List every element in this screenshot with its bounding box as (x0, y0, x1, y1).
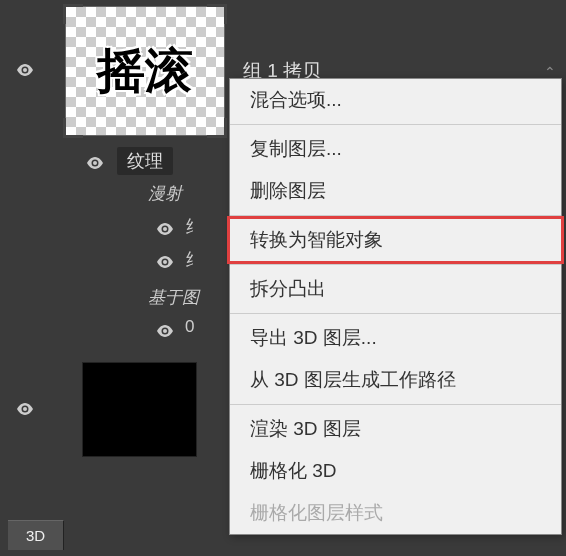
sublayer-base[interactable]: 基于图 (148, 286, 199, 309)
sublayer-item[interactable]: 纟 (185, 248, 202, 271)
visibility-eye-icon[interactable] (17, 62, 33, 74)
svg-point-2 (163, 227, 167, 231)
visibility-eye-icon[interactable] (157, 254, 173, 266)
sublayer-label: 纹理 (117, 147, 173, 175)
visibility-eye-icon[interactable] (157, 323, 173, 335)
menu-blending-options[interactable]: 混合选项... (230, 79, 561, 121)
corner-icon (207, 118, 227, 138)
svg-point-3 (163, 260, 167, 264)
visibility-eye-icon[interactable] (17, 401, 33, 413)
menu-delete-layer[interactable]: 删除图层 (230, 170, 561, 212)
menu-duplicate-layer[interactable]: 复制图层... (230, 128, 561, 170)
visibility-eye-icon[interactable] (87, 155, 103, 167)
layer-thumbnail[interactable]: 摇滚 (65, 6, 225, 136)
menu-split-extrusion[interactable]: 拆分凸出 (230, 268, 561, 310)
layers-panel: 摇滚 纹理 漫射 纟 纟 基于图 0 3D (0, 0, 229, 556)
menu-separator (230, 313, 561, 314)
corner-icon (63, 4, 83, 24)
context-menu: 混合选项... 复制图层... 删除图层 转换为智能对象 拆分凸出 导出 3D … (229, 78, 562, 535)
sublayer-texture[interactable]: 纹理 (117, 147, 173, 175)
menu-rasterize-3d[interactable]: 栅格化 3D (230, 450, 561, 492)
sublayer-item[interactable]: 纟 (185, 215, 202, 238)
sublayer-diffuse[interactable]: 漫射 (148, 182, 182, 205)
menu-render-3d-layer[interactable]: 渲染 3D 图层 (230, 408, 561, 450)
svg-point-0 (23, 68, 27, 72)
sublayer-value[interactable]: 0 (185, 317, 194, 337)
svg-point-1 (93, 161, 97, 165)
corner-icon (207, 4, 227, 24)
menu-convert-to-smart-object[interactable]: 转换为智能对象 (230, 219, 561, 261)
svg-point-4 (163, 329, 167, 333)
tab-3d[interactable]: 3D (8, 520, 64, 550)
menu-generate-work-path[interactable]: 从 3D 图层生成工作路径 (230, 359, 561, 401)
layer-thumbnail[interactable] (82, 362, 197, 457)
highlighted-menu-item: 转换为智能对象 (227, 216, 564, 264)
corner-icon (63, 118, 83, 138)
menu-export-3d-layer[interactable]: 导出 3D 图层... (230, 317, 561, 359)
svg-point-5 (23, 407, 27, 411)
menu-separator (230, 124, 561, 125)
thumbnail-text: 摇滚 (97, 39, 193, 103)
menu-rasterize-layer-style: 栅格化图层样式 (230, 492, 561, 534)
menu-separator (230, 404, 561, 405)
visibility-eye-icon[interactable] (157, 221, 173, 233)
menu-separator (230, 264, 561, 265)
